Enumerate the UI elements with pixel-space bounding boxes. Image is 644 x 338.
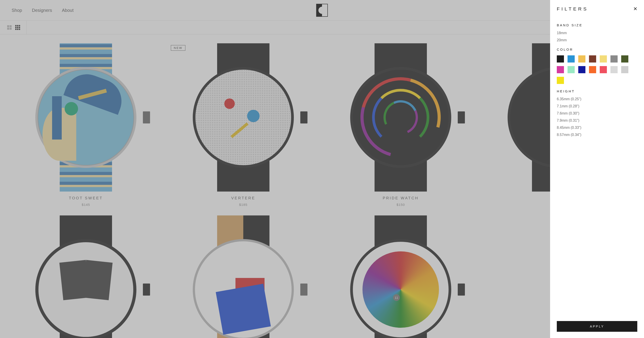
- filter-option[interactable]: 18mm: [557, 31, 637, 35]
- color-swatch[interactable]: [578, 66, 586, 73]
- filters-title: FILTERS: [557, 6, 588, 12]
- color-swatch[interactable]: [557, 66, 564, 73]
- filter-option[interactable]: 8.57mm (0.34"): [557, 133, 637, 137]
- filter-option[interactable]: 7.6mm (0.30"): [557, 111, 637, 115]
- color-swatch[interactable]: [621, 55, 628, 62]
- color-swatch[interactable]: [589, 66, 596, 73]
- color-swatch[interactable]: [589, 55, 596, 62]
- color-swatch[interactable]: [610, 55, 618, 62]
- color-swatch[interactable]: [568, 55, 575, 62]
- filter-option[interactable]: 7.1mm (0.28"): [557, 104, 637, 108]
- section-title-color: COLOR: [557, 47, 637, 51]
- close-icon[interactable]: ✕: [633, 6, 637, 11]
- section-title-band-size: BAND SIZE: [557, 23, 637, 27]
- color-swatch[interactable]: [568, 66, 575, 73]
- filter-option[interactable]: 20mm: [557, 38, 637, 42]
- color-swatch[interactable]: [621, 66, 628, 73]
- filter-option[interactable]: 6.35mm (0.25"): [557, 97, 637, 101]
- filters-body[interactable]: BAND SIZE 18mm 20mm COLOR HEIGHT 6.35mm …: [550, 18, 644, 317]
- filters-panel: FILTERS ✕ BAND SIZE 18mm 20mm COLOR HEIG…: [550, 0, 644, 338]
- filter-option[interactable]: 7.9mm (0.31"): [557, 119, 637, 123]
- section-title-height: HEIGHT: [557, 89, 637, 93]
- color-swatch[interactable]: [557, 77, 564, 84]
- color-swatch-grid: [557, 55, 637, 84]
- filter-option[interactable]: 8.45mm (0.33"): [557, 126, 637, 130]
- apply-button[interactable]: APPLY: [557, 321, 637, 332]
- color-swatch[interactable]: [600, 66, 607, 73]
- modal-overlay[interactable]: [0, 0, 644, 338]
- color-swatch[interactable]: [600, 55, 607, 62]
- color-swatch[interactable]: [557, 55, 564, 62]
- color-swatch[interactable]: [578, 55, 586, 62]
- color-swatch[interactable]: [610, 66, 618, 73]
